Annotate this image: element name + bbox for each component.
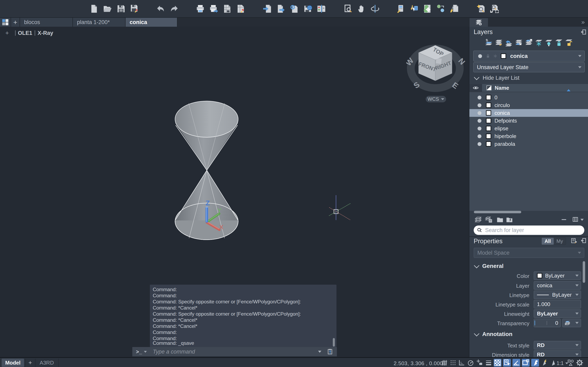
annotation-autoscale-toggle[interactable] [541, 359, 548, 367]
save-to-web-icon[interactable] [303, 4, 312, 13]
customize-properties-icon[interactable] [571, 237, 578, 244]
chevron-down-icon[interactable] [318, 351, 321, 353]
chevron-down-icon[interactable] [144, 351, 147, 353]
layer-status-dot[interactable] [477, 134, 481, 138]
layer-status-dot[interactable] [477, 119, 481, 123]
layer-unisolate-icon[interactable] [525, 38, 533, 47]
layer-row-parabola[interactable]: parabola [469, 140, 588, 148]
layer-states-icon[interactable] [485, 216, 493, 224]
layer-manager-icon[interactable] [474, 216, 482, 224]
undo-icon[interactable] [156, 4, 165, 13]
remove-icon[interactable] [562, 219, 566, 220]
layer-status-dot[interactable] [477, 111, 481, 115]
layer-list-header[interactable]: Name [469, 84, 588, 92]
panel-popout-icon[interactable] [580, 29, 587, 35]
color-swatch[interactable] [486, 126, 491, 131]
attach-reference-icon[interactable] [290, 4, 299, 13]
layer-dropdown[interactable]: conica [534, 281, 581, 290]
tab-blocos[interactable]: blocos [20, 18, 73, 27]
linetype-scale-input[interactable]: 1.000 [534, 300, 581, 309]
page-setup-icon[interactable] [223, 4, 232, 13]
orbit-icon[interactable] [370, 4, 380, 13]
filter-all-button[interactable]: All [542, 238, 554, 245]
polar-tracking-toggle[interactable] [467, 359, 475, 367]
object-snap-toggle[interactable] [476, 359, 484, 367]
etransmit-icon[interactable] [436, 4, 445, 13]
color-swatch[interactable] [486, 110, 491, 116]
ortho-toggle[interactable] [458, 359, 466, 367]
layer-row-conica[interactable]: conica [469, 109, 588, 117]
new-layer-icon[interactable] [485, 38, 493, 47]
color-swatch[interactable] [486, 118, 491, 123]
viewcube[interactable]: W N S E TOP FRONT RIGHT [406, 41, 467, 104]
layer-row-0[interactable]: 0 [469, 94, 588, 101]
location-marker-icon[interactable] [423, 4, 432, 13]
hide-layer-list-toggle[interactable]: Hide Layer List [475, 75, 519, 81]
annotation-scale-dropdown[interactable]: 1:1 [557, 360, 568, 366]
add-layout-button[interactable]: + [26, 359, 35, 367]
layer-status-dot[interactable] [477, 96, 481, 100]
layer-state-dropdown[interactable]: Unsaved Layer State [473, 62, 585, 72]
layout-tab-a3rd[interactable]: A3RD [35, 359, 58, 367]
transparency-input[interactable]: 0 [534, 319, 561, 327]
recent-commands-icon[interactable] [327, 348, 334, 355]
group-icon[interactable] [496, 216, 504, 224]
annotation-scale-icon[interactable] [549, 359, 557, 367]
text-style-dropdown[interactable]: RD [534, 341, 581, 350]
import-icon[interactable] [263, 4, 272, 13]
layer-status-dot[interactable] [477, 103, 481, 107]
selection-cycling-toggle[interactable] [503, 359, 511, 367]
redo-icon[interactable] [169, 4, 179, 13]
layer-previous-icon[interactable] [505, 38, 513, 47]
print-icon[interactable] [196, 4, 205, 13]
purge-icon[interactable] [450, 4, 459, 13]
color-swatch[interactable] [486, 141, 491, 147]
plot-icon[interactable] [209, 4, 218, 13]
open-folder-icon[interactable] [103, 4, 112, 13]
command-input[interactable] [153, 349, 318, 355]
drawing-compare-icon[interactable] [317, 4, 326, 13]
layer-isolate-icon[interactable] [515, 38, 523, 47]
layer-row-elipse[interactable]: elipse [469, 125, 588, 132]
lineweight-toggle[interactable] [485, 359, 493, 367]
snap-toggle[interactable] [449, 359, 457, 367]
named-views-icon[interactable] [476, 4, 486, 13]
visibility-column-header[interactable] [469, 84, 482, 92]
panel-popout-icon[interactable] [580, 237, 587, 244]
linetype-dropdown[interactable]: ByLayer [534, 291, 581, 299]
grid-toggle[interactable] [440, 359, 448, 367]
lineweight-dropdown[interactable]: ByLayer [534, 309, 581, 318]
save-as-icon[interactable] [130, 4, 139, 13]
pan-icon[interactable] [357, 4, 366, 13]
columns-icon[interactable] [572, 216, 579, 223]
layer-row-circulo[interactable]: circulo [469, 101, 588, 109]
selection-context-dropdown[interactable]: Model Space [474, 248, 584, 258]
new-document-icon[interactable] [89, 4, 99, 13]
new-drawing-tab-button[interactable]: + [11, 18, 20, 27]
layer-settings-icon[interactable] [495, 38, 503, 47]
drafting-settings-icon[interactable] [567, 359, 575, 367]
transparency-toggle[interactable] [494, 359, 502, 367]
annotation-visibility-toggle[interactable] [531, 359, 539, 367]
general-section-toggle[interactable]: General [475, 263, 503, 269]
layer-freeze-icon[interactable] [535, 38, 543, 47]
color-swatch[interactable] [486, 133, 491, 139]
model-tab[interactable]: Model [2, 359, 24, 367]
dynamic-input-toggle[interactable] [512, 359, 520, 367]
layout-grid-button[interactable] [0, 18, 11, 27]
tab-conica[interactable]: conica [126, 18, 177, 27]
layer-search-input[interactable] [485, 227, 584, 234]
plot-style-icon[interactable] [236, 4, 245, 13]
xref-zoom-icon[interactable] [490, 4, 499, 13]
transparency-dropdown[interactable] [562, 319, 581, 327]
color-dropdown[interactable]: ByLayer [534, 271, 581, 280]
quick-properties-icon[interactable] [409, 4, 419, 13]
current-layer-dropdown[interactable]: conica [473, 50, 585, 62]
filter-my-button[interactable]: My [554, 238, 566, 245]
tool-sets-icon[interactable] [396, 4, 405, 13]
tab-planta[interactable]: planta 1-200* [73, 18, 126, 27]
layers-palette-tab[interactable] [470, 18, 488, 27]
layer-lock-icon[interactable] [555, 38, 563, 47]
layer-off-icon[interactable] [545, 38, 553, 47]
zoom-window-icon[interactable] [343, 4, 353, 13]
